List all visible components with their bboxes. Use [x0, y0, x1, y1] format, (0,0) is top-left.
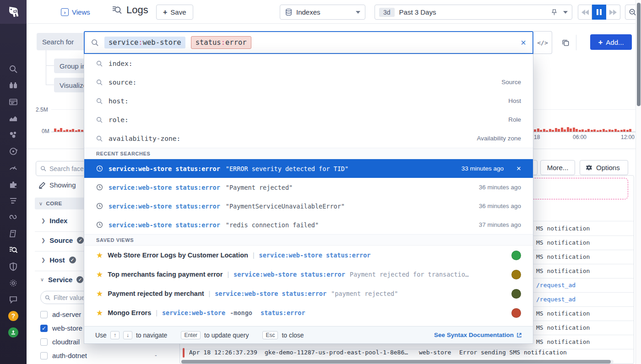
save-button[interactable]: + Save: [156, 5, 193, 20]
checkbox-unchecked[interactable]: [40, 311, 48, 318]
integrations-icon[interactable]: [8, 179, 18, 189]
facet-index[interactable]: ❯ Index: [41, 217, 67, 225]
add-button[interactable]: + Add...: [590, 34, 632, 50]
filter-values-placeholder: Filter values: [54, 294, 88, 301]
avatar: [511, 251, 521, 260]
recent-search-item[interactable]: service:web-store status:error "ERROR se…: [84, 159, 533, 178]
check-icon: ✓: [76, 276, 83, 283]
chevron-down-icon: ∨: [39, 201, 43, 207]
saved-view-item[interactable]: ★ Mongo Errors | service:web-store-mongo…: [84, 303, 533, 322]
pause-icon: [597, 9, 602, 15]
star-icon: ★: [96, 251, 103, 260]
whats-new-icon[interactable]: [8, 327, 18, 337]
logs-page-icon: [111, 5, 122, 16]
clock-icon: [96, 184, 103, 191]
service-option-web-store[interactable]: ✓ web-store: [40, 324, 82, 332]
x-tick-1200: 12:00: [621, 134, 635, 140]
pause-button[interactable]: [592, 5, 606, 20]
checkbox-checked[interactable]: ✓: [40, 325, 48, 332]
vertical-scrollbar[interactable]: [636, 0, 641, 364]
facet-host[interactable]: ❯ Host ✓: [41, 256, 76, 264]
x-tick-18: 18: [534, 134, 540, 140]
suggestion-source[interactable]: source: Source: [84, 73, 533, 91]
service-option-auth-dotnet[interactable]: auth-dotnet: [40, 352, 87, 359]
watchdog-icon[interactable]: [8, 80, 18, 91]
metrics-icon[interactable]: [8, 113, 18, 123]
syntax-documentation-link[interactable]: See Syntax Documentation: [434, 332, 522, 338]
recent-search-item[interactable]: service:web-store status:error "PaymentS…: [84, 197, 533, 215]
network-icon[interactable]: [8, 278, 18, 288]
clock-icon: [96, 203, 103, 209]
dashboards-icon[interactable]: [8, 97, 18, 107]
infrastructure-icon[interactable]: [8, 130, 18, 140]
service-option-ad-server[interactable]: ad-server: [40, 310, 81, 318]
checkbox-unchecked[interactable]: [40, 352, 48, 359]
log-row-expanded[interactable]: Apr 18 12:26:37.239 gke-demo-11287-us-pr…: [180, 346, 634, 360]
search-icon[interactable]: [8, 64, 18, 74]
horizontal-scrollbar[interactable]: [181, 360, 614, 364]
recent-search-item[interactable]: service:web-store status:error "redis co…: [84, 215, 533, 234]
rewind-button[interactable]: [578, 5, 592, 20]
log-search-bar[interactable]: service:web-store status:error ×: [84, 31, 533, 54]
log-timestamp: Apr 18 12:26:37.239: [189, 349, 257, 356]
service-option-cloudtrail[interactable]: cloudtrail: [40, 338, 80, 346]
chevron-right-icon: ❯: [41, 257, 45, 263]
plus-icon: +: [598, 38, 603, 46]
facet-service[interactable]: ∨ Service ✓: [40, 276, 83, 284]
logs-icon-active[interactable]: [8, 245, 18, 255]
remove-recent-icon[interactable]: ×: [516, 164, 521, 173]
clock-icon: [96, 165, 103, 172]
log-histogram-right[interactable]: [534, 123, 631, 132]
pipelines-icon[interactable]: [8, 196, 18, 206]
recent-search-item[interactable]: service:web-store status:error "Payment …: [84, 178, 533, 197]
indexes-select[interactable]: Indexes: [280, 5, 365, 20]
indexes-label: Indexes: [296, 8, 320, 16]
recent-searches-header: RECENT SEARCHES: [84, 148, 533, 159]
star-icon: ★: [96, 270, 103, 279]
clear-search-icon[interactable]: ×: [521, 37, 526, 48]
divider: |: [227, 271, 229, 278]
options-button[interactable]: Options: [580, 160, 628, 175]
facet-source[interactable]: ❯ Source ✓: [41, 236, 84, 244]
scrollbar-thumb[interactable]: [637, 3, 641, 106]
facet-search-placeholder: Search facets: [49, 165, 89, 172]
suggestion-index[interactable]: index:: [84, 54, 533, 73]
suggestion-host[interactable]: host: Host: [84, 91, 533, 110]
help-icon[interactable]: ?: [8, 311, 18, 321]
checkbox-unchecked[interactable]: [40, 338, 48, 346]
query-token-status[interactable]: status:error: [191, 36, 251, 49]
showing-facets-control[interactable]: Showing: [38, 181, 76, 189]
arrow-down-key: ↓: [123, 331, 132, 339]
datadog-logo[interactable]: [0, 0, 27, 24]
saved-view-item[interactable]: ★ Web Store Error Logs by Customer Locat…: [84, 246, 533, 265]
avatar: [511, 308, 521, 318]
suggestion-role[interactable]: role: Role: [84, 110, 533, 129]
saved-view-item[interactable]: ★ Top merchants facing payment error | s…: [84, 265, 533, 284]
search-icon: [40, 166, 46, 171]
pin-icon[interactable]: [551, 9, 558, 16]
raw-query-toggle-button[interactable]: </>: [533, 31, 552, 54]
arrow-up-key: ↑: [110, 331, 120, 339]
views-button[interactable]: › Views: [61, 5, 90, 20]
log-histogram-left[interactable]: [54, 123, 83, 132]
copy-button[interactable]: [559, 36, 572, 49]
time-range-select[interactable]: 3d Past 3 Days: [375, 5, 572, 20]
search-icon: [91, 39, 99, 47]
scrollbar-thumb[interactable]: [181, 360, 611, 364]
gauge-icon[interactable]: [8, 163, 18, 173]
log-message: Error sending SMS notification: [459, 349, 567, 356]
traces-icon[interactable]: [8, 212, 18, 222]
saved-view-item[interactable]: ★ Payment rejected by merchant | service…: [84, 284, 533, 303]
connector-line: [46, 50, 46, 85]
notebooks-icon[interactable]: [8, 229, 18, 239]
feedback-icon[interactable]: [8, 294, 18, 305]
y-tick-2-5m: 2.5M: [36, 107, 48, 113]
divider: |: [209, 290, 211, 297]
security-icon[interactable]: [8, 262, 18, 272]
query-token-service[interactable]: service:web-store: [104, 37, 185, 48]
suggestion-availability-zone[interactable]: availability-zone: Availability zone: [84, 129, 533, 148]
more-button[interactable]: More...: [540, 160, 575, 175]
forward-button[interactable]: [606, 5, 620, 20]
monitors-icon[interactable]: [8, 146, 18, 156]
chevron-down-icon: [563, 11, 568, 14]
